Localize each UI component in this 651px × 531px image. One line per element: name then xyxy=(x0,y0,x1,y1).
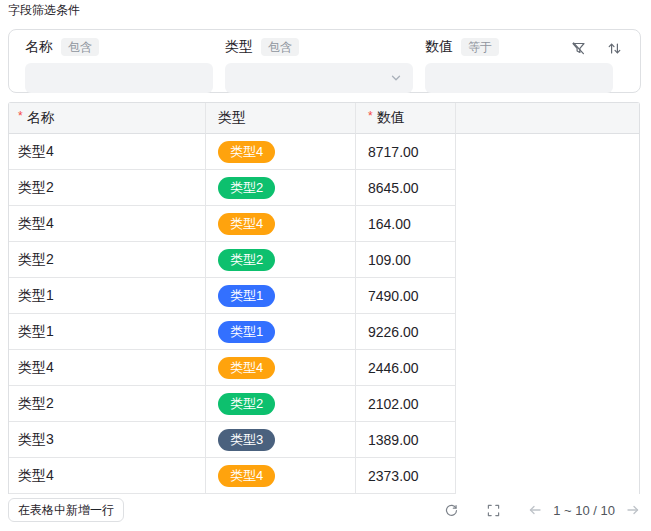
cell-value[interactable]: 109.00 xyxy=(356,242,456,278)
column-header-label: 名称 xyxy=(27,109,55,127)
page-range-label: 1 ~ 10 / 10 xyxy=(553,503,615,518)
type-badge[interactable]: 类型4 xyxy=(218,141,275,163)
filter-field-type: 类型 包含 xyxy=(225,37,413,93)
cell-name[interactable]: 类型3 xyxy=(9,422,206,458)
cell-empty xyxy=(456,350,639,386)
column-header-name: * 名称 xyxy=(9,103,206,134)
cell-empty xyxy=(456,386,639,422)
column-header-label: 类型 xyxy=(218,109,246,127)
cell-name[interactable]: 类型4 xyxy=(9,134,206,170)
chevron-down-icon xyxy=(389,71,403,85)
value-filter-input[interactable] xyxy=(425,63,613,93)
cell-name[interactable]: 类型2 xyxy=(9,386,206,422)
type-badge[interactable]: 类型4 xyxy=(218,465,275,487)
type-filter-select[interactable] xyxy=(225,63,413,93)
cell-empty xyxy=(456,422,639,458)
table-row[interactable]: 类型3 类型3 1389.00 xyxy=(9,422,639,458)
cell-value[interactable]: 8717.00 xyxy=(356,134,456,170)
filter-label-type: 类型 xyxy=(225,38,253,56)
pagination: 1 ~ 10 / 10 xyxy=(417,502,641,518)
cell-empty xyxy=(456,206,639,242)
cell-name[interactable]: 类型4 xyxy=(9,458,206,494)
name-filter-input[interactable] xyxy=(25,63,213,93)
cell-value[interactable]: 2446.00 xyxy=(356,350,456,386)
cell-type[interactable]: 类型4 xyxy=(206,350,356,386)
cell-empty xyxy=(456,134,639,170)
required-asterisk: * xyxy=(368,109,373,123)
table-body: 类型4 类型4 8717.00 类型2 类型2 8645.00 类型4 类型4 … xyxy=(9,134,639,494)
table-footer: 在表格中新增一行 1 ~ 10 / 10 xyxy=(8,498,641,522)
cell-empty xyxy=(456,314,639,350)
operator-tag-contains[interactable]: 包含 xyxy=(61,38,99,56)
cell-empty xyxy=(456,170,639,206)
type-badge[interactable]: 类型4 xyxy=(218,213,275,235)
cell-name[interactable]: 类型2 xyxy=(9,242,206,278)
refresh-icon[interactable] xyxy=(443,502,459,518)
sort-icon[interactable] xyxy=(606,40,622,56)
required-asterisk: * xyxy=(18,109,23,123)
cell-name[interactable]: 类型1 xyxy=(9,278,206,314)
type-badge[interactable]: 类型2 xyxy=(218,249,275,271)
cell-type[interactable]: 类型2 xyxy=(206,242,356,278)
cell-type[interactable]: 类型4 xyxy=(206,206,356,242)
cell-value[interactable]: 7490.00 xyxy=(356,278,456,314)
table-row[interactable]: 类型4 类型4 8717.00 xyxy=(9,134,639,170)
cell-empty xyxy=(456,458,639,494)
cell-name[interactable]: 类型4 xyxy=(9,206,206,242)
table-row[interactable]: 类型4 类型4 2373.00 xyxy=(9,458,639,494)
type-badge[interactable]: 类型3 xyxy=(218,429,275,451)
column-header-label: 数值 xyxy=(377,109,405,127)
table-row[interactable]: 类型1 类型1 9226.00 xyxy=(9,314,639,350)
add-row-button[interactable]: 在表格中新增一行 xyxy=(8,498,124,522)
page-title: 字段筛选条件 xyxy=(8,2,80,19)
table-row[interactable]: 类型1 类型1 7490.00 xyxy=(9,278,639,314)
cell-value[interactable]: 2102.00 xyxy=(356,386,456,422)
filter-label-value: 数值 xyxy=(425,38,453,56)
type-badge[interactable]: 类型1 xyxy=(218,285,275,307)
data-table: * 名称 类型 * 数值 类型4 类型4 8717.00 类型2 类型2 864… xyxy=(8,102,640,494)
type-badge[interactable]: 类型2 xyxy=(218,177,275,199)
table-row[interactable]: 类型2 类型2 2102.00 xyxy=(9,386,639,422)
cell-empty xyxy=(456,278,639,314)
cell-type[interactable]: 类型3 xyxy=(206,422,356,458)
type-badge[interactable]: 类型4 xyxy=(218,357,275,379)
cell-type[interactable]: 类型2 xyxy=(206,386,356,422)
table-row[interactable]: 类型2 类型2 109.00 xyxy=(9,242,639,278)
filter-field-name: 名称 包含 xyxy=(25,37,213,93)
operator-tag-equals[interactable]: 等于 xyxy=(461,38,499,56)
cell-type[interactable]: 类型1 xyxy=(206,314,356,350)
filter-card: 名称 包含 类型 包含 数值 等于 xyxy=(8,29,641,93)
next-page-icon[interactable] xyxy=(625,502,641,518)
type-badge[interactable]: 类型2 xyxy=(218,393,275,415)
cell-value[interactable]: 2373.00 xyxy=(356,458,456,494)
cell-type[interactable]: 类型4 xyxy=(206,458,356,494)
cell-value[interactable]: 8645.00 xyxy=(356,170,456,206)
cell-name[interactable]: 类型2 xyxy=(9,170,206,206)
cell-name[interactable]: 类型4 xyxy=(9,350,206,386)
filter-label-name: 名称 xyxy=(25,38,53,56)
table-row[interactable]: 类型4 类型4 2446.00 xyxy=(9,350,639,386)
clear-filter-icon[interactable] xyxy=(570,40,586,56)
cell-type[interactable]: 类型2 xyxy=(206,170,356,206)
cell-name[interactable]: 类型1 xyxy=(9,314,206,350)
type-badge[interactable]: 类型1 xyxy=(218,321,275,343)
cell-value[interactable]: 164.00 xyxy=(356,206,456,242)
operator-tag-contains[interactable]: 包含 xyxy=(261,38,299,56)
column-header-type: 类型 xyxy=(206,103,356,134)
cell-empty xyxy=(456,242,639,278)
table-row[interactable]: 类型2 类型2 8645.00 xyxy=(9,170,639,206)
column-header-empty xyxy=(456,103,639,134)
table-header: * 名称 类型 * 数值 xyxy=(9,103,639,134)
table-row[interactable]: 类型4 类型4 164.00 xyxy=(9,206,639,242)
column-header-value: * 数值 xyxy=(356,103,456,134)
fullscreen-icon[interactable] xyxy=(485,502,501,518)
cell-type[interactable]: 类型1 xyxy=(206,278,356,314)
cell-value[interactable]: 1389.00 xyxy=(356,422,456,458)
prev-page-icon[interactable] xyxy=(527,502,543,518)
cell-value[interactable]: 9226.00 xyxy=(356,314,456,350)
cell-type[interactable]: 类型4 xyxy=(206,134,356,170)
